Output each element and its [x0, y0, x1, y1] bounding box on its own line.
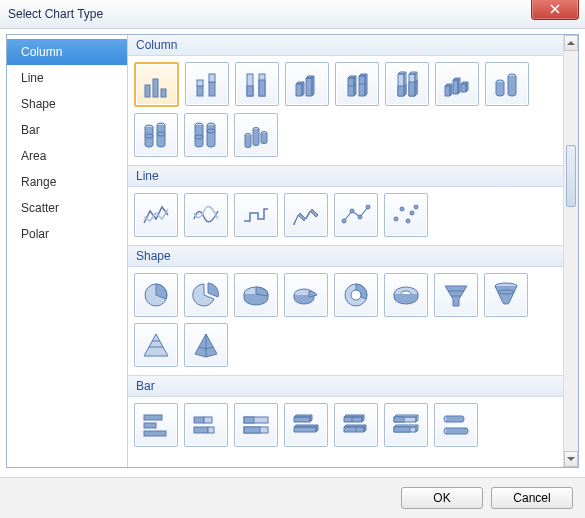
pie3d-icon [240, 279, 272, 311]
hcylinder-icon [440, 409, 472, 441]
chevron-up-icon [567, 41, 575, 45]
chevron-down-icon [567, 457, 575, 461]
scrollbar-thumb[interactable] [566, 145, 576, 207]
svg-rect-4 [197, 80, 203, 86]
chart-gallery: Column Line [128, 35, 578, 467]
chart-pyramid[interactable] [134, 323, 178, 367]
svg-rect-6 [209, 74, 215, 82]
bar-pct-icon [240, 409, 272, 441]
group-bar-items [128, 397, 564, 455]
titlebar: Select Chart Type [0, 0, 585, 29]
svg-rect-49 [194, 417, 204, 423]
chart-3d-100pct-stacked-bar[interactable] [384, 403, 428, 447]
svg-point-28 [394, 217, 398, 221]
line3d-icon [290, 199, 322, 231]
scroll-down-button[interactable] [564, 451, 578, 467]
chart-step-line[interactable] [234, 193, 278, 237]
svg-point-32 [414, 205, 418, 209]
col3d-icon [441, 68, 473, 100]
chart-3d-exploded-pie[interactable] [284, 273, 328, 317]
stacked-column-icon [191, 68, 223, 100]
sidebar-item-range[interactable]: Range [7, 169, 127, 195]
chart-3d-stacked-column[interactable] [335, 62, 379, 106]
funnel3d-icon [490, 279, 522, 311]
chart-100pct-stacked-bar[interactable] [234, 403, 278, 447]
chart-3d-pyramid[interactable] [184, 323, 228, 367]
chart-line[interactable] [134, 193, 178, 237]
svg-rect-46 [144, 415, 162, 420]
chart-pie[interactable] [134, 273, 178, 317]
chart-3d-stacked-bar[interactable] [334, 403, 378, 447]
chart-horizontal-cylinder[interactable] [434, 403, 478, 447]
group-header-line: Line [128, 165, 564, 187]
chart-line-with-markers[interactable] [334, 193, 378, 237]
svg-rect-10 [259, 80, 265, 96]
exploded-pie-icon [190, 279, 222, 311]
chart-3d-line[interactable] [284, 193, 328, 237]
select-chart-type-dialog: Select Chart Type Column Line Shape Bar … [0, 0, 585, 518]
svg-point-31 [410, 211, 414, 215]
doughnut-icon [340, 279, 372, 311]
window-title: Select Chart Type [8, 7, 103, 21]
pyramid3d-icon [190, 329, 222, 361]
svg-point-25 [350, 209, 354, 213]
chart-exploded-pie[interactable] [184, 273, 228, 317]
exploded-pie3d-icon [290, 279, 322, 311]
chart-3d-clustered-bar[interactable] [284, 403, 328, 447]
sidebar-item-bar[interactable]: Bar [7, 117, 127, 143]
svg-rect-54 [244, 417, 254, 423]
col3d-clustered-icon [291, 68, 323, 100]
chart-stacked-cylinder[interactable] [134, 113, 178, 157]
chart-3d-doughnut[interactable] [384, 273, 428, 317]
sidebar-item-area[interactable]: Area [7, 143, 127, 169]
sidebar-item-polar[interactable]: Polar [7, 221, 127, 247]
chart-3d-pie[interactable] [234, 273, 278, 317]
svg-rect-2 [161, 89, 166, 97]
chart-100pct-stacked-column[interactable] [235, 62, 279, 106]
scroll-up-button[interactable] [564, 35, 578, 51]
svg-rect-5 [209, 82, 215, 96]
svg-rect-52 [208, 427, 214, 433]
svg-rect-48 [144, 431, 166, 436]
chart-3d-column[interactable] [435, 62, 479, 106]
chart-3d-cylinder[interactable] [234, 113, 278, 157]
chart-doughnut[interactable] [334, 273, 378, 317]
pie-icon [140, 279, 172, 311]
group-header-shape: Shape [128, 245, 564, 267]
chart-3d-clustered-column[interactable] [285, 62, 329, 106]
chart-100pct-stacked-cylinder[interactable] [184, 113, 228, 157]
close-icon [550, 4, 560, 14]
svg-point-27 [366, 205, 370, 209]
svg-rect-1 [153, 79, 158, 97]
sidebar-item-scatter[interactable]: Scatter [7, 195, 127, 221]
close-button[interactable] [531, 0, 579, 20]
chart-funnel[interactable] [434, 273, 478, 317]
chart-3d-funnel[interactable] [484, 273, 528, 317]
chart-stacked-column[interactable] [185, 62, 229, 106]
svg-rect-51 [194, 427, 208, 433]
chart-clustered-bar[interactable] [134, 403, 178, 447]
vertical-scrollbar[interactable] [563, 35, 578, 467]
chart-stacked-bar[interactable] [184, 403, 228, 447]
sidebar-item-shape[interactable]: Shape [7, 91, 127, 117]
svg-rect-56 [244, 427, 260, 433]
chart-3d-100pct-stacked-column[interactable] [385, 62, 429, 106]
bar-stacked-icon [190, 409, 222, 441]
svg-point-24 [342, 219, 346, 223]
funnel-icon [440, 279, 472, 311]
clustered-column-icon [141, 69, 173, 101]
sidebar-item-line[interactable]: Line [7, 65, 127, 91]
gallery-viewport: Column Line [128, 35, 564, 467]
bar3d-clustered-icon [290, 409, 322, 441]
sidebar-item-column[interactable]: Column [7, 39, 127, 65]
svg-point-29 [400, 207, 404, 211]
svg-rect-8 [247, 86, 253, 96]
chart-clustered-cylinder[interactable] [485, 62, 529, 106]
cancel-button[interactable]: Cancel [491, 487, 573, 509]
doughnut3d-icon [390, 279, 422, 311]
dialog-body: Column Line Shape Bar Area Range Scatter… [6, 34, 579, 468]
chart-scatter-line[interactable] [384, 193, 428, 237]
ok-button[interactable]: OK [401, 487, 483, 509]
chart-spline[interactable] [184, 193, 228, 237]
chart-clustered-column[interactable] [134, 62, 179, 107]
